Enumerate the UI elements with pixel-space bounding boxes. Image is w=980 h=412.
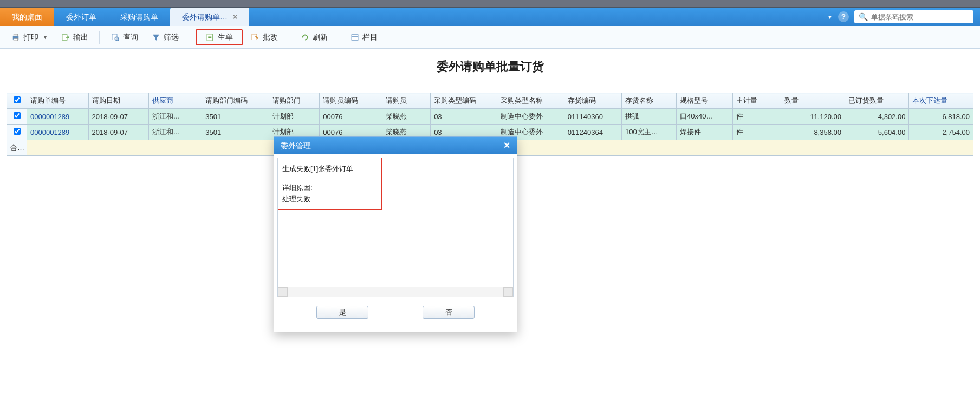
cell-issue-qty: 6,818.00: [909, 109, 973, 125]
cell-ptype-name: 制造中心委外: [497, 109, 564, 125]
print-button[interactable]: 打印 ▼: [5, 30, 53, 44]
refresh-icon: [300, 32, 310, 42]
col-dept[interactable]: 请购部门: [269, 93, 320, 109]
grid-header-row: 请购单编号 请购日期 供应商 请购部门编码 请购部门 请购员编码 请购员 采购类…: [7, 93, 973, 109]
col-purchase-type-name[interactable]: 采购类型名称: [497, 93, 564, 109]
table-row[interactable]: 0000001289 2018-09-07 浙江和… 3501 计划部 0007…: [7, 109, 973, 125]
cell-buyer: 柴晓燕: [382, 109, 431, 125]
cell-inv-name: 100宽主…: [621, 125, 676, 140]
col-inv-code[interactable]: 存货编码: [564, 93, 621, 109]
batch-edit-button[interactable]: 批改: [245, 30, 283, 44]
col-main-uom[interactable]: 主计量: [732, 93, 781, 109]
tab-close-icon[interactable]: ×: [233, 12, 237, 21]
header-checkbox-cell[interactable]: [7, 93, 27, 109]
toolbar-separator: [339, 31, 339, 44]
row-checkbox[interactable]: [14, 128, 21, 135]
print-icon: [11, 32, 21, 42]
col-req-no[interactable]: 请购单编号: [27, 93, 89, 109]
refresh-label: 刷新: [313, 32, 328, 42]
cell-qty: 11,120.00: [781, 109, 845, 125]
col-buyer-code[interactable]: 请购员编码: [320, 93, 382, 109]
col-this-issue-qty[interactable]: 本次下达量: [909, 93, 973, 109]
tabs-dropdown-icon[interactable]: ▼: [827, 14, 833, 20]
col-qty[interactable]: 数量: [781, 93, 845, 109]
cell-dept-code: 3501: [202, 125, 269, 140]
search-icon: 🔍: [859, 12, 868, 21]
columns-label: 栏目: [362, 32, 378, 42]
cell-qty: 8,358.00: [781, 125, 845, 140]
help-icon[interactable]: ?: [838, 11, 849, 22]
batch-edit-label: 批改: [263, 32, 278, 42]
tab-outsource-order[interactable]: 委外订单: [54, 8, 108, 26]
cell-ordered-qty: 5,604.00: [845, 125, 908, 140]
filter-label: 筛选: [164, 32, 179, 42]
toolbar-separator: [190, 31, 190, 44]
cell-req-date: 2018-09-07: [88, 125, 148, 140]
tab-active-label: 委外请购单…: [182, 12, 228, 21]
cell-issue-qty: 2,754.00: [909, 125, 973, 140]
col-spec[interactable]: 规格型号: [677, 93, 733, 109]
col-dept-code[interactable]: 请购部门编码: [202, 93, 269, 109]
app-title-bar: [0, 0, 980, 8]
tab-purchase-request[interactable]: 采购请购单: [108, 8, 170, 26]
svg-rect-9: [208, 37, 211, 38]
cell-ordered-qty: 4,302.00: [845, 109, 908, 125]
query-icon: [111, 32, 120, 42]
col-supplier[interactable]: 供应商: [148, 93, 202, 109]
batch-edit-icon: [250, 32, 260, 42]
export-button[interactable]: 输出: [55, 30, 94, 44]
query-button[interactable]: 查询: [105, 30, 144, 44]
cell-inv-code: 011240364: [564, 125, 621, 140]
select-all-checkbox[interactable]: [14, 96, 21, 103]
filter-icon: [151, 32, 161, 42]
cell-uom: 件: [732, 109, 781, 125]
svg-line-6: [118, 40, 119, 41]
dialog-body: 生成失败[1]张委外订单 详细原因: 处理失败 是 否: [274, 154, 517, 156]
cell-ptype-code: 03: [431, 109, 497, 125]
export-label: 输出: [73, 32, 88, 42]
svg-rect-2: [14, 38, 18, 41]
cell-inv-name: 拱弧: [621, 109, 676, 125]
col-ordered-qty[interactable]: 已订货数量: [845, 93, 908, 109]
outsource-manage-dialog: 委外管理 ✕ 生成失败[1]张委外订单 详细原因: 处理失败 是 否: [274, 136, 517, 156]
col-req-date[interactable]: 请购日期: [88, 93, 148, 109]
toolbar: 打印 ▼ 输出 查询 筛选 生单 批改 刷新: [0, 26, 980, 49]
svg-rect-8: [208, 36, 211, 37]
col-inv-name[interactable]: 存货名称: [621, 93, 676, 109]
svg-rect-1: [14, 34, 18, 36]
cell-req-no: 0000001289: [27, 109, 89, 125]
cell-spec: 口40x40…: [677, 109, 733, 125]
col-buyer[interactable]: 请购员: [382, 93, 431, 109]
sum-label: 合计: [7, 140, 27, 156]
cell-supplier: 浙江和…: [148, 125, 202, 140]
print-label: 打印: [23, 32, 38, 42]
tab-outsource-request-active[interactable]: 委外请购单… ×: [170, 8, 249, 26]
svg-rect-11: [352, 34, 358, 40]
columns-button[interactable]: 栏目: [345, 30, 383, 44]
export-icon: [61, 32, 70, 42]
barcode-search[interactable]: 🔍: [854, 10, 973, 23]
generate-label: 生单: [218, 32, 233, 42]
page-title: 委外请购单批量订货: [0, 49, 980, 88]
filter-button[interactable]: 筛选: [146, 30, 184, 44]
chevron-down-icon: ▼: [43, 35, 48, 40]
cell-buyer-code: 00076: [320, 109, 382, 125]
columns-icon: [350, 32, 360, 42]
dialog-title: 委外管理: [281, 137, 311, 154]
tab-bar: 我的桌面 委外订单 采购请购单 委外请购单… × ▼ ? 🔍: [0, 8, 980, 26]
cell-req-date: 2018-09-07: [88, 109, 148, 125]
row-checkbox[interactable]: [14, 112, 21, 119]
refresh-button[interactable]: 刷新: [295, 30, 333, 44]
col-purchase-type-code[interactable]: 采购类型编码: [431, 93, 497, 109]
toolbar-separator: [99, 31, 100, 44]
close-icon[interactable]: ✕: [503, 137, 510, 154]
barcode-search-input[interactable]: [871, 13, 969, 21]
cell-supplier: 浙江和…: [148, 109, 202, 125]
dialog-titlebar[interactable]: 委外管理 ✕: [274, 137, 517, 154]
query-label: 查询: [123, 32, 138, 42]
tab-desktop[interactable]: 我的桌面: [0, 8, 54, 26]
generate-button[interactable]: 生单: [196, 29, 243, 45]
cell-uom: 件: [732, 125, 781, 140]
cell-req-no: 0000001289: [27, 125, 89, 140]
cell-dept: 计划部: [269, 109, 320, 125]
